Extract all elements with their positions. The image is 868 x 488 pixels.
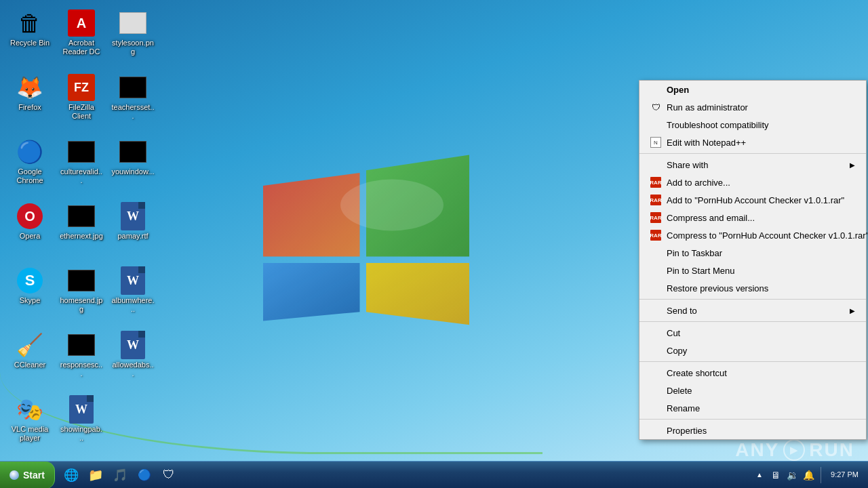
cm-item-add-to-archive[interactable]: RAR Add to archive... (639, 174, 866, 191)
svg-point-0 (340, 180, 443, 231)
desktop-icon-filezilla[interactable]: FZ FileZilla Client (57, 71, 106, 123)
cm-label-pin-taskbar: Pin to Taskbar (667, 248, 722, 258)
taskbar-explorer-icon[interactable]: 📁 (85, 464, 106, 486)
cm-item-troubleshoot[interactable]: Troubleshoot compatibility (639, 116, 866, 134)
desktop-icon-responsesc[interactable]: responsesc... (57, 329, 106, 381)
cm-item-pin-start[interactable]: Pin to Start Menu (639, 262, 866, 279)
cm-separator (639, 321, 866, 322)
tray-flag-icon[interactable]: 🔔 (802, 468, 815, 482)
taskbar-tray: ▲ 🖥 🔉 🔔 9:27 PM (747, 467, 868, 483)
desktop-icon-ccleaner[interactable]: 🧹 CCleaner (5, 329, 54, 372)
desktop-icon-recycle-bin[interactable]: 🗑 Recycle Bin (5, 7, 54, 50)
cm-item-open[interactable]: Open (639, 81, 866, 98)
cm-item-edit-notepad[interactable]: N Edit with Notepad++ (639, 134, 866, 151)
cm-label-compress-email: Compress and email... (667, 213, 755, 223)
desktop-icon-allowedabs[interactable]: W allowedabs... (108, 329, 157, 381)
youwindow-icon-img (119, 138, 146, 165)
anyrun-watermark: ANY ▶ RUN (735, 439, 854, 461)
ethernext-icon-img (68, 203, 95, 230)
desktop-icon-albumwhere[interactable]: W albumwhere... (108, 264, 157, 317)
cm-item-share-with[interactable]: Share with ▶ (639, 156, 866, 174)
tray-time-display: 9:27 PM (831, 470, 859, 479)
desktop-icon-opera[interactable]: O Opera (5, 200, 54, 243)
cm-item-compress-to-rar-email[interactable]: RAR Compress to "PornHub Account Checker… (639, 226, 866, 244)
cm-item-rename[interactable]: Rename (639, 399, 866, 417)
firefox-icon-img: 🦊 (16, 74, 43, 101)
taskbar: Start 🌐 📁 🎵 🔵 🛡 ▲ 🖥 🔉 🔔 9:27 PM (0, 461, 868, 488)
taskbar-media-icon[interactable]: 🎵 (109, 464, 131, 486)
cm-label-share-with: Share with (667, 160, 708, 170)
skype-icon-img: S (16, 267, 43, 294)
cm-item-delete[interactable]: Delete (639, 382, 866, 399)
tray-network-icon[interactable]: 🖥 (769, 468, 783, 482)
desktop-icon-vlc[interactable]: 🎭 VLC media player (5, 393, 54, 445)
cm-item-add-to-rar[interactable]: RAR Add to "PornHub Account Checker v1.0… (639, 191, 866, 209)
cm-item-pin-taskbar[interactable]: Pin to Taskbar (639, 244, 866, 262)
homesend-icon-label: homesend.jpg (60, 296, 103, 314)
taskbar-antivirus-icon[interactable]: 🛡 (158, 464, 180, 486)
ccleaner-icon-label: CCleaner (14, 361, 45, 369)
start-button[interactable]: Start (0, 462, 55, 489)
cm-label-properties: Properties (667, 426, 707, 436)
responsesc-icon-img (68, 331, 95, 359)
vlc-icon-img: 🎭 (16, 396, 43, 423)
opera-icon-label: Opera (20, 232, 41, 241)
desktop-icons: 🗑 Recycle Bin A Acrobat Reader DC styles… (0, 0, 271, 461)
filezilla-icon-label: FileZilla Client (60, 103, 103, 121)
desktop-icon-firefox[interactable]: 🦊 Firefox (5, 71, 54, 115)
ethernext-icon-label: ethernext.jpg (60, 232, 103, 241)
desktop: 🗑 Recycle Bin A Acrobat Reader DC styles… (0, 0, 868, 488)
desktop-icon-showingpab[interactable]: W showingpab... (57, 393, 106, 445)
cm-item-run-as-admin[interactable]: 🛡 Run as administrator (639, 98, 866, 116)
tray-clock[interactable]: 9:27 PM (827, 470, 863, 479)
tray-separator (821, 467, 821, 483)
start-label: Start (23, 470, 45, 481)
cm-label-add-to-rar: Add to "PornHub Account Checker v1.0.1.r… (667, 195, 844, 205)
chrome-icon-img: 🔵 (16, 138, 43, 165)
anyrun-text2: RUN (809, 439, 854, 461)
desktop-icon-culturevalid[interactable]: culturevalid... (57, 136, 106, 188)
cm-item-restore-versions[interactable]: Restore previous versions (639, 279, 866, 297)
desktop-icon-youwindow[interactable]: youwindow... (108, 136, 157, 179)
tray-arrow-icon[interactable]: ▲ (753, 468, 766, 482)
desktop-icon-acrobat[interactable]: A Acrobat Reader DC (57, 7, 106, 59)
desktop-icon-teachersset[interactable]: teachersset... (108, 71, 157, 123)
rar-icon: RAR (650, 230, 661, 241)
cm-label-run-as-admin: Run as administrator (667, 102, 748, 113)
pamay-icon-img: W (119, 203, 146, 230)
desktop-icon-chrome[interactable]: 🔵 Google Chrome (5, 136, 54, 188)
taskbar-chrome-icon[interactable]: 🔵 (134, 464, 155, 486)
rar-icon: RAR (650, 195, 661, 205)
desktop-icon-pamay[interactable]: W pamay.rtf (108, 200, 157, 243)
submenu-arrow-icon: ▶ (850, 161, 855, 169)
desktop-icon-stylesoon[interactable]: stylesoon.png (108, 7, 157, 59)
acrobat-icon-img: A (68, 9, 95, 37)
desktop-icon-homesend[interactable]: homesend.jpg (57, 264, 106, 317)
cm-item-properties[interactable]: Properties (639, 422, 866, 439)
rar-icon: RAR (650, 177, 661, 188)
desktop-icon-skype[interactable]: S Skype (5, 264, 54, 308)
tray-volume-icon[interactable]: 🔉 (785, 468, 799, 482)
cm-item-create-shortcut[interactable]: Create shortcut (639, 364, 866, 382)
acrobat-icon-label: Acrobat Reader DC (60, 39, 103, 56)
cm-separator (639, 299, 866, 300)
recycle-bin-icon-label: Recycle Bin (10, 39, 50, 47)
cm-label-cut: Cut (667, 328, 680, 338)
skype-icon-label: Skype (20, 296, 41, 305)
cm-separator (639, 361, 866, 362)
cm-label-troubleshoot: Troubleshoot compatibility (667, 120, 769, 130)
desktop-icon-ethernext[interactable]: ethernext.jpg (57, 200, 106, 243)
windows-logo (237, 108, 495, 366)
recycle-bin-icon-img: 🗑 (16, 9, 43, 37)
cm-label-delete: Delete (667, 386, 692, 396)
stylesoon-icon-img (119, 9, 146, 37)
chrome-icon-label: Google Chrome (8, 167, 52, 185)
teachersset-icon-img (119, 74, 146, 101)
filezilla-icon-img: FZ (68, 74, 95, 101)
cm-item-cut[interactable]: Cut (639, 324, 866, 342)
taskbar-ie-icon[interactable]: 🌐 (60, 464, 82, 486)
cm-item-compress-email[interactable]: RAR Compress and email... (639, 209, 866, 226)
cm-item-copy[interactable]: Copy (639, 342, 866, 359)
allowedabs-icon-img: W (119, 331, 146, 359)
cm-item-send-to[interactable]: Send to ▶ (639, 302, 866, 319)
